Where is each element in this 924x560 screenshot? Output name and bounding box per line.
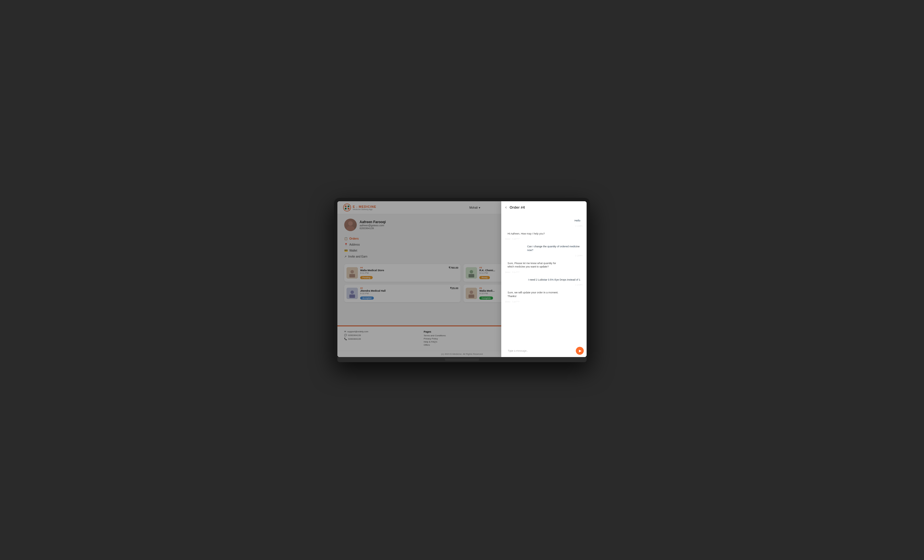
order-store-2: Jitendra Medical Hall [360,289,448,292]
page-privacy[interactable]: Privacy Policy [424,337,500,340]
status-badge-2: Accepted [360,296,374,299]
message-3: Can I change the quantity of ordered med… [505,243,583,256]
email-icon: ✉ [344,330,346,333]
message-6: Sure, we will update your order in a mom… [505,289,583,302]
svg-rect-14 [468,274,474,277]
chat-input-area: ▶ [501,344,586,357]
message-sender-2: Admin, 9:13 PM [505,238,520,240]
message-time-1: 9:13 PM [574,225,583,227]
send-button[interactable]: ▶ [576,347,584,355]
order-card-4[interactable]: #4 Walia Medical Store 9:11 PM Pending ₹… [344,264,460,282]
location-label: Mohali [470,206,478,209]
svg-point-7 [348,221,353,226]
profile-phone: 6283364139 [360,227,386,230]
message-time-3: 9:14 PM [574,255,583,257]
message-sender-6: Admin, 9:16 PM [505,301,520,303]
profile-name: Aafreen Farooqi [360,220,386,224]
order-image-2 [346,287,358,299]
order-details-2: #2 Jitendra Medical Hall 9:10 PM Accepte… [360,287,448,300]
page-terms[interactable]: Terms and Conditions [424,334,500,337]
svg-point-3 [345,208,346,210]
message-bubble-1: Hello [572,217,583,225]
status-badge-3: Ready [479,276,490,279]
invite-label: Invite and Earn [348,255,367,258]
avatar [344,219,357,231]
status-badge-4: Pending [360,276,373,279]
address-label: Address [350,243,360,246]
pages-title: Pages [424,330,500,333]
status-badge-1: Complete [479,296,493,299]
svg-point-10 [351,270,354,274]
order-number-2: #2 [360,287,448,289]
message-bubble-3: Can I change the quantity of ordered med… [524,243,583,254]
address-icon: 📍 [344,243,348,246]
chat-input[interactable] [504,347,573,354]
profile-email: aafreen@goteso.com [360,224,386,227]
location-button[interactable]: Mohali ▾ [470,206,480,209]
invite-icon: ↗ [344,255,346,258]
message-bubble-2: Hi Aafreen, How may I help you? [505,230,548,238]
svg-point-19 [470,290,473,294]
logo: E - MEDICINE Medicine Delivery App [343,204,376,211]
back-button[interactable]: ‹ [505,205,507,210]
message-time-5: 9:15 PM [574,284,583,286]
camera-notch [453,199,471,201]
chat-panel: ‹ Order #4 Hello 9:13 PM Hi Aafreen, How… [501,201,586,357]
message-bubble-6: Sure, we will update your order in a mom… [505,289,564,300]
chat-messages: Hello 9:13 PM Hi Aafreen, How may I help… [501,214,586,344]
orders-label: Orders [350,237,359,240]
svg-rect-17 [350,295,355,298]
order-number-4: #4 [360,267,446,269]
footer-email: ✉ support@ordefy.com [344,330,421,333]
order-price-4: ₹760.00 [448,267,458,269]
app-title: E - MEDICINE [353,205,376,208]
copyright-text: (c) 2023 E-Medicine. All Rights Reserved [441,353,483,355]
logo-icon [343,204,351,211]
profile-info: Aafreen Farooqi aafreen@goteso.com 62833… [360,220,386,230]
app-subtitle: Medicine Delivery App [353,208,376,210]
order-time-4: 9:11 PM [360,272,446,274]
wallet-label: Wallet [350,249,357,252]
svg-rect-11 [350,274,355,277]
order-image-4 [346,267,358,279]
order-card-2[interactable]: #2 Jitendra Medical Hall 9:10 PM Accepte… [344,284,460,302]
chat-title: Order #4 [510,205,525,210]
svg-point-13 [470,270,473,274]
page-faq[interactable]: Help & FAQ's [424,341,500,343]
page-offers[interactable]: Offers [424,344,500,346]
chat-header: ‹ Order #4 [501,201,586,214]
message-4: Sure, Please let me know what quantity f… [505,259,583,273]
chevron-down-icon: ▾ [479,206,480,209]
order-store-4: Walia Medical Store [360,269,446,272]
footer-pages: Pages Terms and Conditions Privacy Polic… [424,330,500,347]
svg-rect-20 [468,295,474,298]
orders-icon: 📋 [344,237,348,240]
order-image-1 [466,287,477,299]
footer-whatsapp: 💬 6283364139 [344,334,421,337]
order-image-3 [466,267,477,279]
message-bubble-5: I need 2 Lubistar 0.5% Eye Drops instead… [525,276,583,284]
wallet-icon: 💳 [344,249,348,252]
footer-contact: ✉ support@ordefy.com 💬 6283364139 📞 6283… [344,330,421,347]
svg-point-16 [351,290,354,294]
message-2: Hi Aafreen, How may I help you? Admin, 9… [505,230,583,240]
order-price-2: ₹25.00 [450,287,458,290]
phone-icon: 📞 [344,338,347,340]
svg-point-4 [348,208,350,210]
message-5: I need 2 Lubistar 0.5% Eye Drops instead… [505,276,583,286]
svg-point-8 [346,226,354,231]
message-sender-4: Admin, 9:14 PM [505,271,520,273]
message-bubble-4: Sure, Please let me know what quantity f… [505,259,564,271]
laptop-hinge [445,358,479,361]
send-icon: ▶ [579,349,582,353]
logo-text: E - MEDICINE Medicine Delivery App [353,205,376,210]
order-details-4: #4 Walia Medical Store 9:11 PM Pending [360,267,446,279]
order-time-2: 9:10 PM [360,292,448,295]
message-1: Hello 9:13 PM [505,217,583,227]
whatsapp-icon: 💬 [344,334,347,337]
footer-phone: 📞 6283364139 [344,338,421,340]
